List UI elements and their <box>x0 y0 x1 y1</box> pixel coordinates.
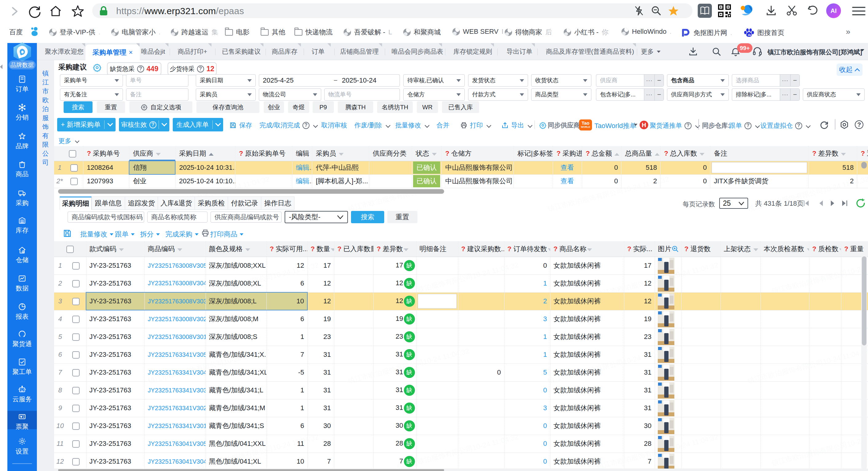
svg-text:du: du <box>748 33 751 37</box>
